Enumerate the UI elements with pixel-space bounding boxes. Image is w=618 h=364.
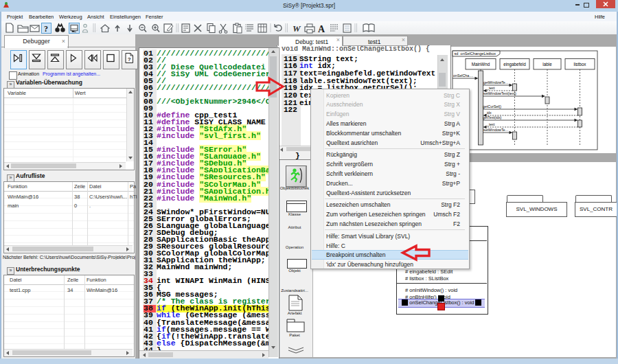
svg-text:?: ? <box>128 56 131 62</box>
svg-text:_idx: _idx <box>484 111 492 115</box>
svg-text:_text: _text <box>486 122 495 126</box>
svg-text:onSelCha....: onSelCha.... <box>453 73 473 78</box>
svg-text:listbox: listbox <box>574 62 587 67</box>
svg-text:getText(idx): getText(idx) <box>483 115 502 120</box>
svg-text:getWindowTe...: getWindowTe... <box>483 80 508 84</box>
svg-text:sd onSelChangeListbox: sd onSelChangeListbox <box>455 52 496 56</box>
svg-text:MainWnd: MainWnd <box>472 62 490 67</box>
svg-text:setWindowTe...: setWindowTe... <box>483 128 508 132</box>
svg-text:getCurSel(): getCurSel() <box>483 104 501 109</box>
svg-text:lable: lable <box>542 62 552 67</box>
svg-text:eingabefeld: eingabefeld <box>503 62 526 67</box>
svg-text:_text: _text <box>486 86 495 90</box>
svg-text:setWindowText(text): setWindowText(text) <box>483 91 516 95</box>
svg-text:?: ? <box>44 24 48 34</box>
